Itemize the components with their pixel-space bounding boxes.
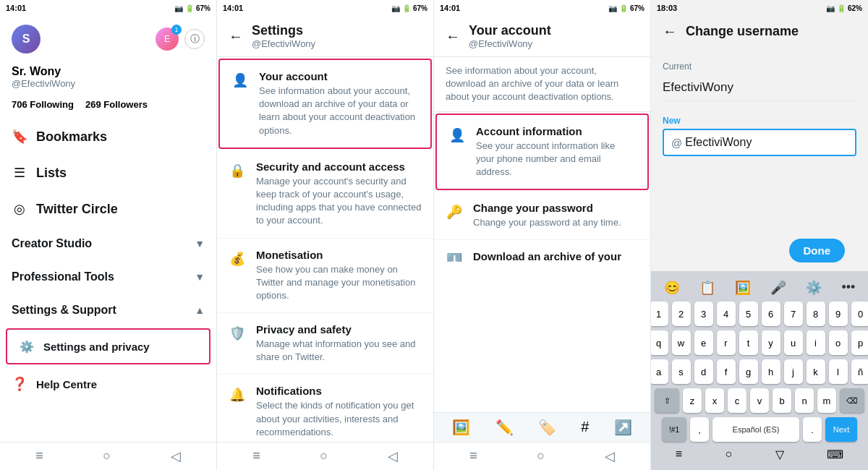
next-key[interactable]: Next bbox=[825, 417, 857, 442]
menu-icon-3[interactable]: ≡ bbox=[469, 448, 477, 464]
creator-studio-section[interactable]: Creator Studio ▼ bbox=[0, 227, 216, 260]
mic-icon[interactable]: 🎤 bbox=[770, 280, 786, 296]
key-o[interactable]: o bbox=[829, 330, 848, 355]
sidebar-item-bookmarks[interactable]: 🔖 Bookmarks bbox=[0, 119, 216, 155]
key-x[interactable]: x bbox=[705, 388, 724, 413]
more-icon[interactable]: ••• bbox=[841, 280, 855, 296]
key-8[interactable]: 8 bbox=[807, 302, 825, 326]
avatar[interactable]: S bbox=[12, 25, 41, 54]
nav-back[interactable]: ▽ bbox=[775, 448, 784, 461]
key-g[interactable]: g bbox=[739, 359, 758, 384]
avatar-small[interactable]: E 1 bbox=[156, 27, 179, 51]
change-password-item[interactable]: 🔑 Change your password Change your passw… bbox=[434, 192, 650, 240]
key-1[interactable]: 1 bbox=[651, 302, 668, 326]
key-p[interactable]: p bbox=[851, 330, 869, 355]
help-centre-item[interactable]: ❓ Help Centre bbox=[0, 366, 216, 402]
key-y[interactable]: y bbox=[762, 330, 780, 355]
privacy-icon: 🛡️ bbox=[229, 325, 246, 342]
share-toolbar-icon[interactable]: ↗️ bbox=[614, 419, 632, 436]
key-b[interactable]: b bbox=[773, 388, 791, 413]
nav-home[interactable]: ○ bbox=[726, 448, 733, 461]
settings-item-monetisation[interactable]: 💰 Monetisation See how you can make mone… bbox=[217, 239, 433, 314]
tag-toolbar-icon[interactable]: 🏷️ bbox=[538, 419, 556, 436]
key-u[interactable]: u bbox=[784, 330, 803, 355]
key-n[interactable]: n bbox=[795, 388, 814, 413]
back-button-change-username[interactable]: ← bbox=[663, 23, 677, 40]
key-5[interactable]: 5 bbox=[739, 302, 758, 326]
back-button-your-account[interactable]: ← bbox=[446, 28, 460, 45]
your-account-panel-title: Your account bbox=[469, 23, 551, 38]
hashtag-toolbar-icon[interactable]: # bbox=[581, 419, 589, 436]
key-f[interactable]: f bbox=[717, 359, 736, 384]
key-7[interactable]: 7 bbox=[784, 302, 803, 326]
back-icon[interactable]: ◁ bbox=[171, 448, 181, 464]
key-a[interactable]: a bbox=[651, 359, 668, 384]
comma-key[interactable]: , bbox=[690, 417, 709, 442]
info-icon[interactable]: ⓘ bbox=[184, 29, 205, 49]
home-icon[interactable]: ○ bbox=[103, 448, 111, 464]
sidebar-item-twitter-circle[interactable]: ◎ Twitter Circle bbox=[0, 191, 216, 227]
settings-support-section[interactable]: Settings & Support ▲ bbox=[0, 294, 216, 327]
done-button[interactable]: Done bbox=[789, 239, 846, 262]
image-toolbar-icon[interactable]: 🖼️ bbox=[452, 419, 470, 436]
delete-key[interactable]: ⌫ bbox=[840, 388, 864, 413]
key-d[interactable]: d bbox=[694, 359, 713, 384]
download-archive-item[interactable]: ⬇️ Download an archive of your data Get … bbox=[434, 240, 650, 262]
key-i[interactable]: i bbox=[807, 330, 825, 355]
shift-key[interactable]: ⇧ bbox=[655, 388, 679, 413]
space-key[interactable]: Español (ES) bbox=[712, 417, 799, 442]
key-z[interactable]: z bbox=[683, 388, 702, 413]
menu-icon-2[interactable]: ≡ bbox=[252, 448, 260, 464]
key-q[interactable]: q bbox=[651, 330, 668, 355]
sidebar-item-lists[interactable]: ☰ Lists bbox=[0, 155, 216, 191]
key-k[interactable]: k bbox=[807, 359, 825, 384]
key-h[interactable]: h bbox=[762, 359, 780, 384]
account-info-item[interactable]: 👤 Account information See your account i… bbox=[435, 114, 649, 191]
key-s[interactable]: s bbox=[672, 359, 691, 384]
settings-keyboard-icon[interactable]: ⚙️ bbox=[806, 280, 822, 296]
home-icon-2[interactable]: ○ bbox=[320, 448, 328, 464]
change-username-header: ← Change username bbox=[651, 16, 868, 47]
gif-icon[interactable]: 🖼️ bbox=[735, 280, 751, 296]
back-button-settings[interactable]: ← bbox=[229, 28, 243, 45]
key-9[interactable]: 9 bbox=[829, 302, 848, 326]
new-username-input[interactable] bbox=[685, 136, 848, 149]
home-icon-3[interactable]: ○ bbox=[537, 448, 545, 464]
key-r[interactable]: r bbox=[717, 330, 736, 355]
back-icon-3[interactable]: ◁ bbox=[605, 448, 615, 464]
key-t[interactable]: t bbox=[739, 330, 758, 355]
sticker-icon[interactable]: 📋 bbox=[699, 280, 715, 296]
key-4[interactable]: 4 bbox=[717, 302, 736, 326]
monetisation-desc: See how you can make money on Twitter an… bbox=[256, 263, 422, 303]
new-username-input-wrapper[interactable]: @ bbox=[663, 129, 856, 156]
back-icon-2[interactable]: ◁ bbox=[388, 448, 398, 464]
settings-item-security[interactable]: 🔒 Security and account access Manage you… bbox=[217, 150, 433, 239]
nav-keyboard[interactable]: ⌨ bbox=[827, 448, 843, 461]
key-0[interactable]: 0 bbox=[851, 302, 869, 326]
key-6[interactable]: 6 bbox=[762, 302, 780, 326]
key-e[interactable]: e bbox=[694, 330, 713, 355]
key-m[interactable]: m bbox=[817, 388, 836, 413]
key-2[interactable]: 2 bbox=[672, 302, 691, 326]
professional-tools-section[interactable]: Professional Tools ▼ bbox=[0, 260, 216, 294]
settings-item-privacy[interactable]: 🛡️ Privacy and safety Manage what inform… bbox=[217, 313, 433, 375]
followers-stat[interactable]: 269 Followers bbox=[85, 99, 148, 110]
edit-toolbar-icon[interactable]: ✏️ bbox=[495, 419, 514, 436]
key-n-tilde[interactable]: ñ bbox=[851, 359, 869, 384]
key-w[interactable]: w bbox=[672, 330, 691, 355]
menu-icon[interactable]: ≡ bbox=[35, 448, 43, 464]
key-l[interactable]: l bbox=[829, 359, 848, 384]
period-key[interactable]: . bbox=[803, 417, 822, 442]
num-key[interactable]: !#1 bbox=[662, 417, 686, 442]
settings-item-your-account[interactable]: 👤 Your account See information about you… bbox=[218, 59, 432, 149]
settings-item-notifications[interactable]: 🔔 Notifications Select the kinds of noti… bbox=[217, 375, 433, 442]
nav-menu[interactable]: ≡ bbox=[676, 448, 682, 461]
key-v[interactable]: v bbox=[750, 388, 769, 413]
emoji-icon[interactable]: 😊 bbox=[664, 280, 680, 296]
key-3[interactable]: 3 bbox=[694, 302, 713, 326]
monetisation-icon: 💰 bbox=[229, 250, 246, 268]
key-j[interactable]: j bbox=[784, 359, 803, 384]
settings-privacy-item[interactable]: ⚙️ Settings and privacy bbox=[6, 328, 210, 364]
following-stat[interactable]: 706 Following bbox=[12, 99, 74, 110]
key-c[interactable]: c bbox=[728, 388, 746, 413]
